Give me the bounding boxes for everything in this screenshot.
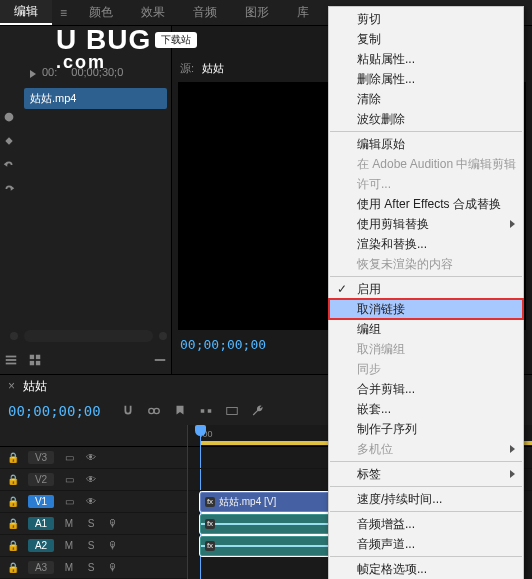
track-v3[interactable]: 🔒 V3 ▭ 👁 <box>0 447 187 469</box>
menu-sync: 同步 <box>329 359 523 379</box>
tab-color[interactable]: 颜色 <box>75 0 127 25</box>
menu-merge-clips[interactable]: 合并剪辑... <box>329 379 523 399</box>
menu-clear[interactable]: 清除 <box>329 89 523 109</box>
svg-rect-7 <box>30 361 34 365</box>
tab-audio[interactable]: 音频 <box>179 0 231 25</box>
svg-rect-15 <box>200 410 204 414</box>
icon-view-icon[interactable] <box>28 353 42 367</box>
menu-frame-hold-options[interactable]: 帧定格选项... <box>329 559 523 579</box>
menu-multicam: 多机位 <box>329 439 523 459</box>
chevron-right-icon <box>510 220 515 228</box>
target-toggle[interactable]: ▭ <box>62 496 76 507</box>
solo-toggle[interactable]: S <box>84 562 98 573</box>
menu-audio-channels[interactable]: 音频声道... <box>329 534 523 554</box>
menu-enable[interactable]: ✓启用 <box>329 279 523 299</box>
insert-icon[interactable] <box>199 404 213 418</box>
chevron-right-icon <box>510 470 515 478</box>
linked-selection-icon[interactable] <box>147 404 161 418</box>
project-hscroll[interactable] <box>24 330 153 342</box>
tab-library[interactable]: 库 <box>283 0 323 25</box>
tab-edit[interactable]: 编辑 <box>0 0 52 25</box>
menu-nest[interactable]: 嵌套... <box>329 399 523 419</box>
menu-unlink[interactable]: 取消链接 <box>329 299 523 319</box>
menu-ripple-delete[interactable]: 波纹删除 <box>329 109 523 129</box>
mute-toggle[interactable]: M <box>62 562 76 573</box>
redo-icon[interactable] <box>2 182 16 196</box>
menu-edit-original[interactable]: 编辑原始 <box>329 134 523 154</box>
add-keyframe-icon[interactable] <box>2 134 16 148</box>
tab-effects[interactable]: 效果 <box>127 0 179 25</box>
lock-icon[interactable]: 🔒 <box>6 540 20 551</box>
menu-cut[interactable]: 剪切 <box>329 9 523 29</box>
voice-record-icon[interactable]: 🎙 <box>106 518 120 529</box>
svg-point-13 <box>148 409 153 414</box>
menu-copy[interactable]: 复制 <box>329 29 523 49</box>
lock-icon[interactable]: 🔒 <box>6 474 20 485</box>
track-label[interactable]: V2 <box>28 473 54 486</box>
menu-paste-attributes[interactable]: 粘贴属性... <box>329 49 523 69</box>
monitor-tc-left[interactable]: 00;00;00;00 <box>180 337 266 352</box>
voice-record-icon[interactable]: 🎙 <box>106 562 120 573</box>
eye-icon[interactable]: 👁 <box>84 474 98 485</box>
menu-render-replace[interactable]: 渲染和替换... <box>329 234 523 254</box>
menu-label[interactable]: 标签 <box>329 464 523 484</box>
overwrite-icon[interactable] <box>225 404 239 418</box>
record-icon[interactable] <box>2 110 16 124</box>
menu-speed-duration[interactable]: 速度/持续时间... <box>329 489 523 509</box>
project-header: 00: 00;00;30;0 <box>0 26 171 80</box>
wrench-icon[interactable] <box>251 404 265 418</box>
eye-icon[interactable]: 👁 <box>84 496 98 507</box>
lock-icon[interactable]: 🔒 <box>6 562 20 573</box>
track-v2[interactable]: 🔒 V2 ▭ 👁 <box>0 469 187 491</box>
track-label[interactable]: V1 <box>28 495 54 508</box>
fx-badge: fx <box>205 497 215 507</box>
bin-clip-item[interactable]: 姑姑.mp4 <box>24 88 167 109</box>
project-footer <box>0 346 171 374</box>
sequence-name[interactable]: 姑姑 <box>23 378 47 395</box>
menu-replace-ae[interactable]: 使用 After Effects 合成替换 <box>329 194 523 214</box>
menu-audio-gain[interactable]: 音频增益... <box>329 514 523 534</box>
tab-hamburger[interactable]: ≡ <box>52 0 75 25</box>
svg-rect-4 <box>6 363 17 365</box>
timeline-tc[interactable]: 00;00;00;00 <box>8 403 101 419</box>
menu-replace-clip[interactable]: 使用剪辑替换 <box>329 214 523 234</box>
menu-separator <box>330 511 522 512</box>
svg-rect-5 <box>30 355 34 359</box>
lock-icon[interactable]: 🔒 <box>6 452 20 463</box>
menu-subsequence[interactable]: 制作子序列 <box>329 419 523 439</box>
menu-delete-attributes[interactable]: 删除属性... <box>329 69 523 89</box>
track-label[interactable]: V3 <box>28 451 54 464</box>
solo-toggle[interactable]: S <box>84 540 98 551</box>
mute-toggle[interactable]: M <box>62 540 76 551</box>
snap-icon[interactable] <box>121 404 135 418</box>
track-a3[interactable]: 🔒 A3 M S 🎙 <box>0 557 187 579</box>
audio-clip[interactable]: fx <box>200 536 330 556</box>
target-toggle[interactable]: ▭ <box>62 452 76 463</box>
eye-icon[interactable]: 👁 <box>84 452 98 463</box>
target-toggle[interactable]: ▭ <box>62 474 76 485</box>
audio-clip[interactable]: fx <box>200 514 330 534</box>
svg-rect-17 <box>226 408 237 415</box>
list-view-icon[interactable] <box>4 353 18 367</box>
video-clip[interactable]: fx姑姑.mp4 [V] <box>200 492 330 512</box>
track-headers: 🔒 V3 ▭ 👁 🔒 V2 ▭ 👁 🔒 V1 ▭ 👁 <box>0 425 188 579</box>
menu-group[interactable]: 编组 <box>329 319 523 339</box>
svg-rect-16 <box>207 410 211 414</box>
voice-record-icon[interactable]: 🎙 <box>106 540 120 551</box>
track-label[interactable]: A2 <box>28 539 54 552</box>
track-v1[interactable]: 🔒 V1 ▭ 👁 <box>0 491 187 513</box>
lock-icon[interactable]: 🔒 <box>6 518 20 529</box>
track-a2[interactable]: 🔒 A2 M S 🎙 <box>0 535 187 557</box>
marker-add-icon[interactable] <box>173 404 187 418</box>
close-icon[interactable]: × <box>8 379 15 393</box>
undo-icon[interactable] <box>2 158 16 172</box>
mute-toggle[interactable]: M <box>62 518 76 529</box>
solo-toggle[interactable]: S <box>84 518 98 529</box>
track-a1[interactable]: 🔒 A1 M S 🎙 <box>0 513 187 535</box>
source-label: 源: <box>180 61 194 76</box>
lock-icon[interactable]: 🔒 <box>6 496 20 507</box>
tab-graphics[interactable]: 图形 <box>231 0 283 25</box>
track-label[interactable]: A3 <box>28 561 54 574</box>
track-label[interactable]: A1 <box>28 517 54 530</box>
zoom-slider-icon[interactable] <box>153 353 167 367</box>
